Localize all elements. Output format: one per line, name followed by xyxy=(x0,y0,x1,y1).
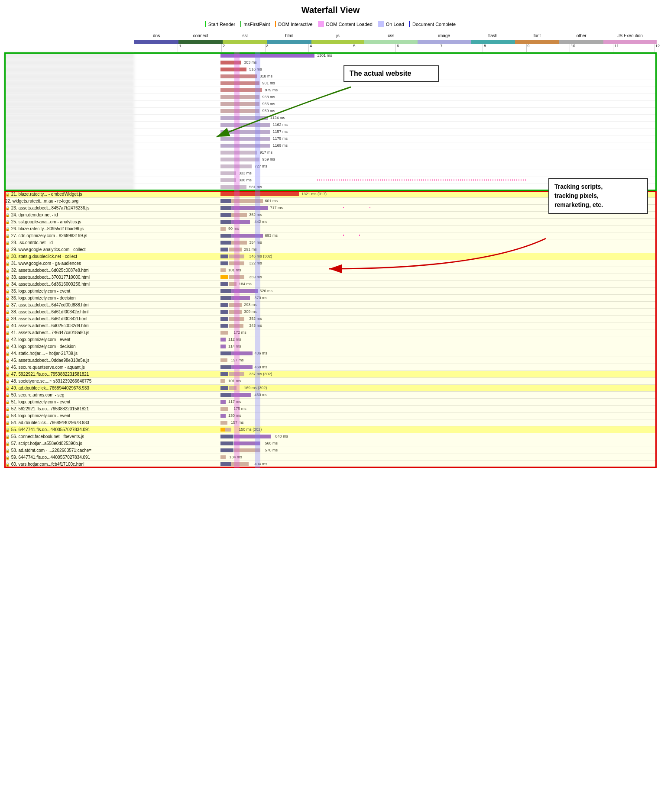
url-58: 🔒 58. ad.atdmt.com - ...2202663571;cache… xyxy=(4,448,134,453)
top-row-10: 1124 ms xyxy=(4,115,657,122)
url-49: 🔒 49. ad.doubleclick...7668944029678.933 xyxy=(4,386,134,390)
url-34: 🔒 34. assets.adobedt...6d3616000256.html xyxy=(4,282,134,287)
row-57: 🔒 57. script.hotjar...a558e0d025390b.js … xyxy=(4,440,657,447)
top-row-2: 303 ms xyxy=(4,59,657,66)
top-row-11: 1162 ms xyxy=(4,122,657,129)
legend-doc-complete: Document Complete xyxy=(409,21,456,27)
waterfall-main: dns connect ssl html js css image flash … xyxy=(4,32,657,468)
actual-website-annotation: The actual website xyxy=(343,65,439,82)
page-title: Waterfall View xyxy=(4,0,657,19)
row-54: 🔒 54. ad.doubleclick...7668944029678.933… xyxy=(4,419,657,426)
url-27: 🔒 27. cdn.optimizely.com - 8269983199.js xyxy=(4,233,134,238)
type-headers-row: dns connect ssl html js css image flash … xyxy=(4,32,657,40)
legend-start-render-label: Start Render xyxy=(208,22,235,27)
row-52: 🔒 52. 5922921.fls.do...7953882231581821 … xyxy=(4,406,657,412)
legend-dom-interactive: DOM Interactive xyxy=(275,21,312,27)
page-wrapper: Waterfall View Start Render msFirstPaint… xyxy=(0,0,661,468)
row-47: 🔒 47. 5922921.fls.do...7953882231581821 … xyxy=(4,371,657,378)
row-43: 🔒 43. logx.optimizely.com - decision 114… xyxy=(4,343,657,350)
row-60: 🔒 60. vars.hotjar.com...fcb4f17100c.html… xyxy=(4,461,657,468)
top-row-1: 1301 ms xyxy=(4,52,657,59)
url-48: 🔒 48. societyone.sc....~ s33123926664677… xyxy=(4,379,134,383)
url-57: 🔒 57. script.hotjar...a558e0d025390b.js xyxy=(4,441,134,446)
url-50: 🔒 50. secure.adnxs.com - seg xyxy=(4,393,134,397)
row-41: 🔒 41. assets.adobedt...746d47ca018a80.js… xyxy=(4,329,657,336)
url-41: 🔒 41. assets.adobedt...746d47ca018a80.js xyxy=(4,330,134,335)
row-35: 🔒 35. logx.optimizely.com - event 526 ms xyxy=(4,288,657,295)
top-row-13: 1175 ms xyxy=(4,135,657,142)
row-39: 🔒 39. assets.adobedt...6d61df00342f.html… xyxy=(4,316,657,322)
timeline-numbers: 1 2 3 4 5 6 7 8 9 10 11 12 xyxy=(134,44,657,52)
legend: Start Render msFirstPaint DOM Interactiv… xyxy=(4,19,657,32)
legend-start-render: Start Render xyxy=(205,21,235,27)
url-24: 🔒 24. dpm.demdex.net - id xyxy=(4,213,134,217)
legend-dom-content-loaded-label: DOM Content Loaded xyxy=(326,22,373,27)
row-34: 🔒 34. assets.adobedt...6d3616000256.html… xyxy=(4,281,657,288)
col-js: js xyxy=(311,33,365,38)
col-font: font xyxy=(515,33,559,38)
row-51: 🔒 51. logx.optimizely.com - event 117 ms xyxy=(4,399,657,406)
col-ssl: ssl xyxy=(223,33,267,38)
url-60: 🔒 60. vars.hotjar.com...fcb4f17100c.html xyxy=(4,462,134,467)
legend-dom-interactive-label: DOM Interactive xyxy=(278,22,312,27)
url-44: 🔒 44. static.hotjar....~ hotjar-21739.js xyxy=(4,351,134,356)
url-31: 🔒 31. www.google.com - ga-audiences xyxy=(4,261,134,266)
top-row-3: 516 ms xyxy=(4,66,657,73)
top-rows-group: 1301 ms 303 ms 516 ms xyxy=(4,52,657,191)
url-22: 22. widgets.ratecit...m.au - rc-logo.svg xyxy=(4,199,134,203)
top-row-12: 1157 ms xyxy=(4,129,657,135)
row-37: 🔒 37. assets.adobedt...6d47cd00d888.html… xyxy=(4,302,657,309)
row-56: 🔒 56. connect.facebook.net - fbevents.js… xyxy=(4,433,657,440)
url-36: 🔒 36. logx.optimizely.com - decision xyxy=(4,296,134,300)
row-50: 🔒 50. secure.adnxs.com - seg 460 ms xyxy=(4,392,657,399)
url-52: 🔒 52. 5922921.fls.do...7953882231581821 xyxy=(4,406,134,411)
url-39: 🔒 39. assets.adobedt...6d61df00342f.html xyxy=(4,316,134,321)
row-49: 🔒 49. ad.doubleclick...7668944029678.933… xyxy=(4,385,657,392)
row-27: 🔒 27. cdn.optimizely.com - 8269983199.js… xyxy=(4,232,657,239)
url-53: 🔒 53. logx.optimizely.com - event xyxy=(4,413,134,418)
legend-doc-complete-label: Document Complete xyxy=(412,22,456,27)
legend-msfirstpaint: msFirstPaint xyxy=(240,21,270,27)
col-html: html xyxy=(267,33,311,38)
url-56: 🔒 56. connect.facebook.net - fbevents.js xyxy=(4,434,134,439)
row-42: 🔒 42. logx.optimizely.com - event 112 ms xyxy=(4,336,657,343)
row-26: 🔒 26. blaze.ratecity...80955cf1bbac96.js… xyxy=(4,226,657,232)
row-30: 🔒 30. stats.g.doubleclick.net - collect … xyxy=(4,253,657,260)
legend-onload: On Load xyxy=(378,21,404,27)
waterfall-rows-container: 1301 ms 303 ms 516 ms xyxy=(4,52,657,468)
actual-website-text: The actual website xyxy=(350,70,411,77)
col-connect: connect xyxy=(178,33,223,38)
row-59: 🔒 59. 6447741.fls.do...4400557027834.091… xyxy=(4,454,657,461)
top-row-8: 966 ms xyxy=(4,101,657,108)
url-54: 🔒 54. ad.doubleclick...7668944029678.933 xyxy=(4,420,134,425)
top-row-17: 727 ms xyxy=(4,163,657,170)
row-40: 🔒 40. assets.adobedt...6d025c0032d9.html… xyxy=(4,322,657,329)
row-48: 🔒 48. societyone.sc....~ s33123926664677… xyxy=(4,378,657,385)
url-21: 🔒 21. blaze.ratecity... - embedWidget.js xyxy=(4,192,134,197)
row-28: 🔒 28. .sc.omtrdc.net - id 354 ms xyxy=(4,239,657,246)
col-flash: flash xyxy=(471,33,515,38)
top-row-14: 1169 ms xyxy=(4,142,657,149)
col-js-execution: JS Execution xyxy=(603,33,657,38)
top-row-15: 917 ms xyxy=(4,149,657,156)
url-23: 🔒 23. assets.adobedt...8457a7b2476236.js xyxy=(4,206,134,210)
legend-onload-label: On Load xyxy=(386,22,404,27)
url-51: 🔒 51. logx.optimizely.com - event xyxy=(4,400,134,404)
col-image: image xyxy=(418,33,471,38)
url-59: 🔒 59. 6447741.fls.do...4400557027834.091 xyxy=(4,455,134,460)
top-row-5: 901 ms xyxy=(4,80,657,87)
row-33: 🔒 33. assets.adobedt...370017710000.html… xyxy=(4,274,657,281)
col-dns: dns xyxy=(134,33,178,38)
row-45: 🔒 45. assets.adobedt...0ddae98e318e5e.js… xyxy=(4,357,657,364)
url-43: 🔒 43. logx.optimizely.com - decision xyxy=(4,344,134,349)
url-47: 🔒 47. 5922921.fls.do...7953882231581821 xyxy=(4,372,134,377)
top-row-9: 959 ms xyxy=(4,108,657,115)
legend-msfirstpaint-label: msFirstPaint xyxy=(243,22,270,27)
row-38: 🔒 38. assets.adobedt...6d61df00342e.html… xyxy=(4,309,657,316)
url-30: 🔒 30. stats.g.doubleclick.net - collect xyxy=(4,254,134,259)
url-40: 🔒 40. assets.adobedt...6d025c0032d9.html xyxy=(4,323,134,328)
row-53: 🔒 53. logx.optimizely.com - event 130 ms xyxy=(4,412,657,419)
row-46: 🔒 46. secure.quantserve.com - aquant.js … xyxy=(4,364,657,371)
row-31: 🔒 31. www.google.com - ga-audiences 322 … xyxy=(4,260,657,267)
url-46: 🔒 46. secure.quantserve.com - aquant.js xyxy=(4,365,134,370)
